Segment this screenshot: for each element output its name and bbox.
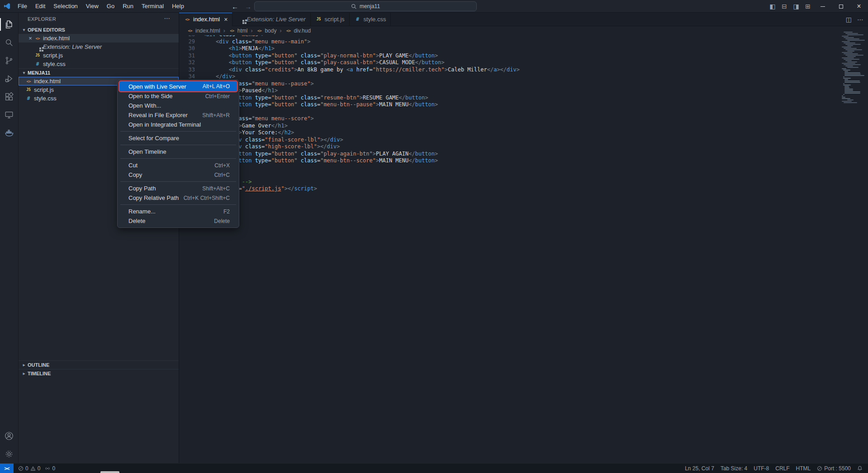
ctx-item-open-with[interactable]: Open With... [118, 101, 239, 110]
close-icon[interactable]: × [27, 35, 34, 42]
ctx-item-copy-relative-path[interactable]: Copy Relative Path Ctrl+K Ctrl+Shift+C [118, 193, 239, 203]
indentation-setting[interactable]: Tab Size: 4 [721, 465, 747, 472]
close-window-button[interactable]: × [850, 0, 868, 13]
back-button[interactable]: ← [232, 3, 238, 10]
code-line-40[interactable]: 40 <div class="menu menu--score"> [179, 115, 839, 123]
code-line-42[interactable]: 42 <h2>Your Score:</h2> [179, 129, 839, 137]
ctx-item-open-to-the-side[interactable]: Open to the Side Ctrl+Enter [118, 91, 239, 101]
folder-section-header[interactable]: ▾ MENJA11 [19, 68, 179, 77]
code-line-49[interactable]: 49<!-- ...... --> [179, 179, 839, 186]
ctx-item-cut[interactable]: Cut Ctrl+X [118, 161, 239, 170]
tab-style-css[interactable]: # style.css [350, 13, 391, 26]
vscode-logo-icon [0, 3, 14, 9]
menu-view[interactable]: View [82, 0, 103, 13]
code-line-31[interactable]: 31 <button type="button" class="play-nor… [179, 52, 839, 60]
activity-explorer[interactable] [0, 15, 19, 33]
live-server-port[interactable]: Port : 5500 [817, 465, 851, 472]
menu-help[interactable]: Help [168, 0, 188, 13]
ctx-item-delete[interactable]: Delete Delete [118, 216, 239, 226]
open-editor-index-html[interactable]: × <> index.html [19, 34, 179, 43]
code-line-34[interactable]: 34 </div> [179, 73, 839, 80]
ctx-item-open-timeline[interactable]: Open Timeline [118, 147, 239, 156]
css-file-icon: # [34, 61, 41, 67]
customize-layout-icon[interactable]: ⊞ [802, 3, 814, 10]
breadcrumb-html[interactable]: <> html [228, 28, 248, 34]
code-editor[interactable]: 28<div class="menus">29 <div class="menu… [179, 35, 839, 463]
activity-accounts[interactable] [0, 427, 19, 445]
code-line-32[interactable]: 32 <button type="button" class="play-cas… [179, 59, 839, 66]
code-line-41[interactable]: 41 <h1>Game Over</h1> [179, 123, 839, 130]
code-line-48[interactable]: 48</div> [179, 171, 839, 179]
status-bar-left: >< 0 0 0 [0, 464, 55, 473]
ctx-item-open-in-integrated-terminal[interactable]: Open in Integrated Terminal [118, 120, 239, 129]
menu-terminal[interactable]: Terminal [138, 0, 168, 13]
menu-edit[interactable]: Edit [31, 0, 49, 13]
encoding-setting[interactable]: UTF-8 [754, 465, 769, 472]
tab-index-html[interactable]: <> index.html × [179, 13, 232, 26]
file-label: style.css [34, 95, 57, 102]
ctx-item-rename[interactable]: Rename... F2 [118, 207, 239, 216]
outline-section-header[interactable]: ▸ OUTLINE [19, 360, 179, 369]
code-line-30[interactable]: 30 <h1>MENJA</h1> [179, 45, 839, 52]
activity-source-control[interactable] [0, 52, 19, 70]
activity-search[interactable] [0, 33, 19, 52]
menu-run[interactable]: Run [119, 0, 138, 13]
ctx-item-reveal-in-file-explorer[interactable]: Reveal in File Explorer Shift+Alt+R [118, 110, 239, 120]
toggle-panel-icon[interactable]: ⊟ [778, 3, 790, 10]
code-line-47[interactable]: 47 </div> [179, 165, 839, 172]
minimap[interactable] [842, 32, 865, 104]
ctx-item-open-with-live-server[interactable]: Open with Live Server Alt+L Alt+O [119, 81, 237, 91]
minimize-button[interactable] [814, 0, 832, 13]
forward-button[interactable]: → [245, 3, 251, 10]
tab-script-js[interactable]: JS script.js [311, 13, 350, 26]
ctx-item-copy-path[interactable]: Copy Path Shift+Alt+C [118, 184, 239, 193]
tab-live-server[interactable]: Extension: Live Server [232, 13, 310, 26]
code-line-39[interactable]: 39 </div> [179, 109, 839, 116]
open-editors-section-header[interactable]: ▾ OPEN EDITORS [19, 25, 179, 34]
toggle-secondary-sidebar-icon[interactable]: ◨ [790, 3, 802, 10]
problems-indicator[interactable]: 0 0 [18, 465, 40, 472]
activity-docker[interactable] [0, 124, 19, 142]
ctx-item-select-for-compare[interactable]: Select for Compare [118, 133, 239, 143]
menu-file[interactable]: File [14, 0, 31, 13]
activity-remote-explorer[interactable] [0, 106, 19, 124]
ctx-item-copy[interactable]: Copy Ctrl+C [118, 170, 239, 180]
js-file-icon: JS [315, 17, 323, 21]
breadcrumb-div-hud[interactable]: <> div.hud [285, 28, 311, 34]
cursor-position[interactable]: Ln 25, Col 7 [685, 465, 714, 472]
code-line-37[interactable]: 37 <button type="button" class="resume-b… [179, 95, 839, 102]
activity-settings[interactable] [0, 445, 19, 463]
open-editor-script-js[interactable]: JS script.js [19, 51, 179, 60]
code-line-36[interactable]: 36 <h1>Paused</h1> [179, 87, 839, 95]
maximize-button[interactable] [832, 0, 850, 13]
code-line-50[interactable]: 50<script src="./script.js"></script> [179, 185, 839, 193]
code-line-45[interactable]: 45 <button type="button" class="play-aga… [179, 151, 839, 158]
split-editor-icon[interactable]: ◫ [846, 16, 852, 23]
language-mode[interactable]: HTML [796, 465, 811, 472]
code-line-29[interactable]: 29 <div class="menu menu--main"> [179, 38, 839, 46]
code-line-33[interactable]: 33 <div class="credits">An 8kB game by <… [179, 66, 839, 74]
timeline-section-header[interactable]: ▸ TIMELINE [19, 369, 179, 378]
notifications-bell-icon[interactable] [857, 465, 863, 471]
editor-more-actions-icon[interactable]: ⋯ [857, 16, 863, 23]
code-line-35[interactable]: 35 <div class="menu menu--pause"> [179, 80, 839, 88]
ports-indicator[interactable]: 0 [45, 465, 55, 472]
menu-go[interactable]: Go [103, 0, 119, 13]
breadcrumb-body[interactable]: <> body [256, 28, 276, 34]
breadcrumb-file[interactable]: <> index.html [186, 28, 220, 34]
code-line-44[interactable]: 44 <div class="high-score-lbl"></div> [179, 143, 839, 151]
code-line-43[interactable]: 43 <div class="final-score-lbl"></div> [179, 137, 839, 144]
eol-setting[interactable]: CRLF [775, 465, 789, 472]
code-line-38[interactable]: 38 <button type="button" class="menu-btn… [179, 101, 839, 109]
command-center-search[interactable]: menja11 [254, 1, 477, 11]
open-editor-style-css[interactable]: # style.css [19, 60, 179, 68]
activity-extensions[interactable] [0, 88, 19, 106]
remote-indicator[interactable]: >< [0, 464, 14, 473]
open-editor-live-server[interactable]: Extension: Live Server [19, 43, 179, 51]
activity-run-debug[interactable] [0, 70, 19, 88]
menu-selection[interactable]: Selection [49, 0, 81, 13]
code-line-46[interactable]: 46 <button type="button" class="menu-btn… [179, 157, 839, 165]
explorer-more-actions-icon[interactable]: ⋯ [164, 14, 171, 22]
close-icon[interactable]: × [224, 16, 228, 23]
toggle-sidebar-icon[interactable]: ◧ [767, 3, 778, 10]
